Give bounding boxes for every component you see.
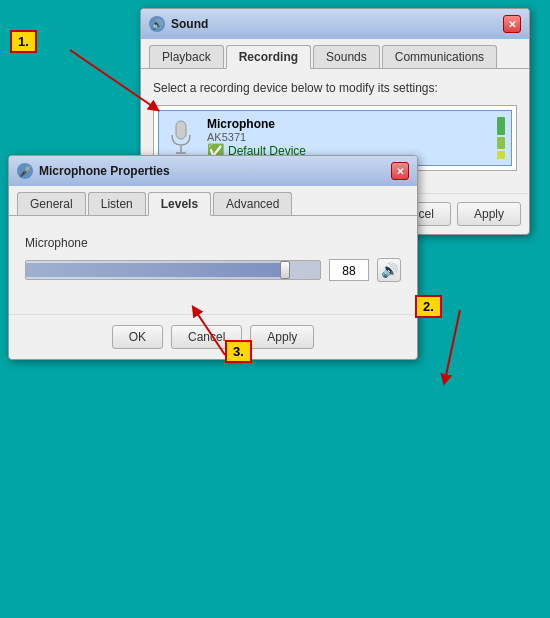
- level-bar-3: [497, 151, 505, 159]
- mic-close-button[interactable]: ✕: [391, 162, 409, 180]
- microphone-level-label: Microphone: [25, 236, 401, 250]
- level-bar-1: [497, 117, 505, 135]
- sound-dialog-title: Sound: [171, 17, 208, 31]
- sound-title-icon: 🔊: [149, 16, 165, 32]
- annotation-3: 3.: [225, 340, 252, 363]
- sound-dialog-titlebar: 🔊 Sound ✕: [141, 9, 529, 39]
- svg-line-3: [70, 50, 155, 108]
- svg-rect-0: [176, 121, 186, 139]
- annotation-2: 2.: [415, 295, 442, 318]
- device-model: AK5371: [207, 131, 487, 143]
- tab-advanced[interactable]: Advanced: [213, 192, 292, 215]
- tab-sounds[interactable]: Sounds: [313, 45, 380, 68]
- volume-value-box: 88: [329, 259, 369, 281]
- apply-button-sound[interactable]: Apply: [457, 202, 521, 226]
- tab-levels[interactable]: Levels: [148, 192, 211, 216]
- level-bar-2: [497, 137, 505, 149]
- mic-dialog-title: Microphone Properties: [39, 164, 170, 178]
- mute-button[interactable]: 🔊: [377, 258, 401, 282]
- slider-thumb[interactable]: [280, 261, 290, 279]
- device-name: Microphone: [207, 117, 487, 131]
- mic-title-icon: 🎤: [17, 163, 33, 179]
- ok-button-mic[interactable]: OK: [112, 325, 163, 349]
- microphone-icon: [165, 118, 197, 158]
- device-info: Microphone AK5371 ✅ Default Device: [207, 117, 487, 159]
- svg-line-5: [195, 310, 225, 355]
- apply-button-mic[interactable]: Apply: [250, 325, 314, 349]
- svg-line-4: [445, 310, 460, 380]
- slider-fill: [26, 263, 285, 277]
- mic-dialog-titlebar: 🎤 Microphone Properties ✕: [9, 156, 417, 186]
- tab-recording[interactable]: Recording: [226, 45, 311, 69]
- volume-slider-track[interactable]: [25, 260, 321, 280]
- tab-listen[interactable]: Listen: [88, 192, 146, 215]
- level-bars: [497, 117, 505, 159]
- arrow-1: [60, 40, 180, 120]
- tab-communications[interactable]: Communications: [382, 45, 497, 68]
- arrow-2: [430, 300, 510, 400]
- annotation-1: 1.: [10, 30, 37, 53]
- level-section: Microphone 88 🔊: [25, 236, 401, 282]
- tab-general[interactable]: General: [17, 192, 86, 215]
- slider-row: 88 🔊: [25, 258, 401, 282]
- instruction-text: Select a recording device below to modif…: [153, 81, 517, 95]
- sound-close-button[interactable]: ✕: [503, 15, 521, 33]
- sound-tabs-bar: Playback Recording Sounds Communications: [141, 39, 529, 69]
- mic-tabs-bar: General Listen Levels Advanced: [9, 186, 417, 216]
